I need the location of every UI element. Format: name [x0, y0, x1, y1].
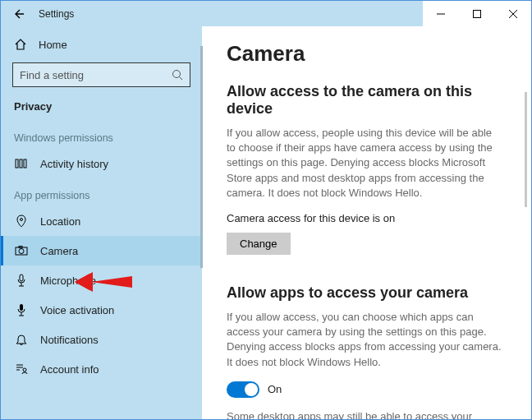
- activity-icon: [14, 157, 29, 170]
- sidebar-item-notifications[interactable]: Notifications: [1, 325, 202, 354]
- change-button[interactable]: Change: [227, 233, 291, 255]
- search-input[interactable]: Find a setting: [12, 62, 190, 87]
- svg-rect-4: [16, 159, 18, 168]
- sidebar-group-windows-permissions: Windows permissions: [1, 121, 202, 149]
- camera-access-status: Camera access for this device is on: [227, 212, 503, 224]
- close-button[interactable]: [495, 1, 531, 26]
- search-icon: [172, 69, 183, 81]
- svg-rect-12: [20, 304, 23, 311]
- sidebar-item-microphone[interactable]: Microphone: [1, 265, 202, 295]
- svg-point-13: [23, 368, 26, 372]
- svg-rect-1: [474, 10, 481, 17]
- camera-icon: [14, 244, 29, 257]
- close-icon: [509, 10, 517, 18]
- sidebar-item-label: Microphone: [40, 275, 96, 287]
- sidebar-item-label: Voice activation: [40, 304, 114, 316]
- sidebar-item-label: Camera: [40, 245, 78, 257]
- sidebar-group-app-permissions: App permissions: [1, 178, 202, 206]
- svg-point-2: [173, 71, 181, 78]
- sidebar-item-label: Activity history: [40, 158, 108, 170]
- svg-rect-6: [24, 159, 26, 168]
- sidebar-item-home[interactable]: Home: [1, 33, 202, 56]
- svg-point-9: [19, 249, 24, 254]
- sidebar-item-voice-activation[interactable]: Voice activation: [1, 295, 202, 325]
- sidebar: Home Find a setting Privacy Windows perm…: [1, 26, 202, 419]
- section2-note: Some desktop apps may still be able to a…: [227, 409, 503, 419]
- minimize-button[interactable]: [423, 1, 459, 26]
- sidebar-item-label: Account info: [40, 363, 99, 376]
- back-button[interactable]: [7, 2, 30, 25]
- maximize-icon: [473, 10, 481, 18]
- svg-point-7: [21, 219, 23, 221]
- sidebar-item-label: Location: [40, 215, 80, 228]
- content-pane: Camera Allow access to the camera on thi…: [202, 26, 531, 419]
- page-title: Camera: [227, 41, 503, 67]
- section2-title: Allow apps to access your camera: [227, 284, 503, 302]
- section2-para: If you allow access, you can choose whic…: [227, 310, 503, 370]
- sidebar-item-activity-history[interactable]: Activity history: [1, 149, 202, 178]
- home-label: Home: [39, 39, 67, 51]
- sidebar-section-header: Privacy: [1, 95, 202, 121]
- voice-icon: [14, 303, 29, 316]
- notifications-icon: [14, 333, 29, 346]
- minimize-icon: [437, 10, 445, 18]
- location-icon: [14, 215, 29, 228]
- apps-access-toggle[interactable]: [227, 381, 259, 398]
- arrow-left-icon: [12, 7, 25, 21]
- home-icon: [14, 38, 27, 51]
- toggle-label: On: [268, 383, 282, 395]
- section1-para: If you allow access, people using this d…: [227, 126, 503, 201]
- settings-window: Settings Home Find a setting: [0, 0, 532, 420]
- maximize-button[interactable]: [459, 1, 495, 26]
- svg-line-3: [180, 77, 183, 81]
- content-scrollbar[interactable]: [525, 92, 527, 207]
- window-title: Settings: [39, 8, 74, 20]
- title-bar: Settings: [1, 1, 531, 26]
- sidebar-item-camera[interactable]: Camera: [1, 236, 202, 265]
- sidebar-item-label: Notifications: [40, 334, 99, 346]
- sidebar-item-location[interactable]: Location: [1, 206, 202, 236]
- microphone-icon: [14, 274, 29, 287]
- sidebar-item-account-info[interactable]: Account info: [1, 354, 202, 384]
- section1-title: Allow access to the camera on this devic…: [227, 83, 503, 118]
- account-icon: [14, 362, 29, 376]
- svg-rect-5: [20, 159, 22, 168]
- svg-rect-11: [20, 275, 23, 281]
- search-placeholder: Find a setting: [20, 69, 172, 81]
